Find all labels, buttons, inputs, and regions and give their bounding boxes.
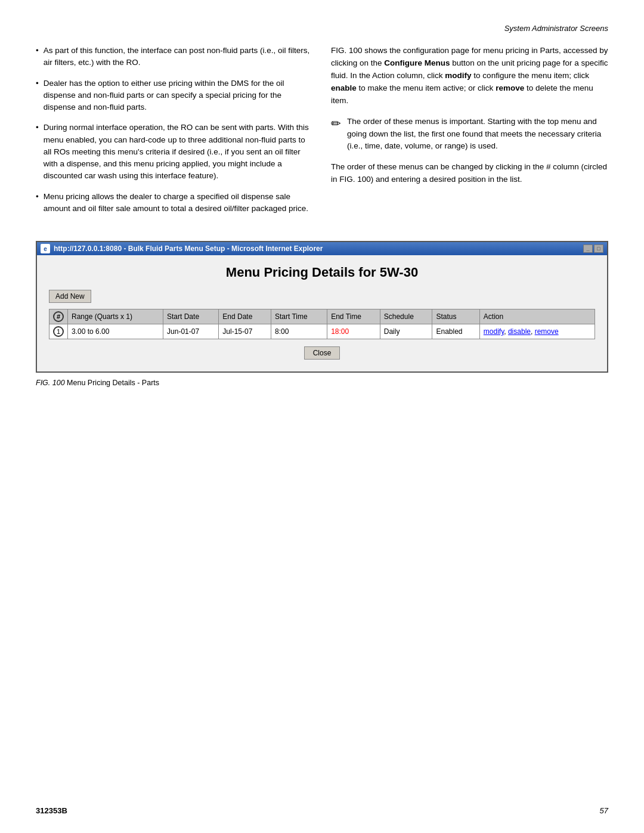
- browser-controls: _ □: [583, 244, 603, 253]
- col-start-date: Start Date: [163, 309, 219, 324]
- browser-icon: e: [41, 244, 50, 253]
- fig-text: Menu Pricing Details - Parts: [65, 379, 159, 387]
- list-item: Dealer has the option to either use pric…: [36, 78, 313, 114]
- row-actions: modify, disable, remove: [479, 324, 595, 339]
- col-start-time: Start Time: [271, 309, 327, 324]
- table-header-row: # Range (Quarts x 1) Start Date End Date…: [49, 309, 595, 324]
- row-start-time: 8:00: [271, 324, 327, 339]
- left-column: As part of this function, the interface …: [36, 45, 313, 223]
- browser-titlebar-left: e http://127.0.0.1:8080 - Bulk Fluid Par…: [41, 244, 323, 253]
- col-status: Status: [432, 309, 479, 324]
- action-remove-link[interactable]: remove: [535, 327, 559, 336]
- row-end-date: Jul-15-07: [219, 324, 271, 339]
- browser-titlebar: e http://127.0.0.1:8080 - Bulk Fluid Par…: [37, 242, 607, 255]
- close-button[interactable]: Close: [304, 346, 340, 360]
- hash-circle-header: #: [53, 311, 64, 322]
- browser-title: http://127.0.0.1:8080 - Bulk Fluid Parts…: [54, 244, 323, 253]
- list-item: As part of this function, the interface …: [36, 45, 313, 69]
- footer: 312353B 57: [36, 806, 608, 815]
- action-disable-link[interactable]: disable: [508, 327, 531, 336]
- footer-doc-number: 312353B: [36, 806, 67, 815]
- row-start-date: Jun-01-07: [163, 324, 219, 339]
- table-row: 1 3.00 to 6.00 Jun-01-07 Jul-15-07 8:00 …: [49, 324, 595, 339]
- right-column: FIG. 100 shows the configuration page fo…: [331, 45, 608, 223]
- bullet-list: As part of this function, the interface …: [36, 45, 313, 215]
- page-container: System Administrator Screens As part of …: [0, 0, 644, 833]
- header-title: System Administrator Screens: [504, 24, 608, 33]
- data-table: # Range (Quarts x 1) Start Date End Date…: [49, 309, 595, 339]
- maximize-button[interactable]: □: [594, 244, 603, 253]
- minimize-button[interactable]: _: [583, 244, 593, 253]
- col-schedule: Schedule: [380, 309, 432, 324]
- note-text: The order of these menus is important. S…: [347, 116, 608, 153]
- fig-caption: FIG. 100 Menu Pricing Details - Parts: [36, 379, 608, 387]
- end-time-value: 18:00: [331, 327, 349, 336]
- col-action: Action: [479, 309, 595, 324]
- row-number-cell: 1: [49, 324, 68, 339]
- fig-label: FIG. 100: [36, 379, 65, 387]
- note-icon: ✏: [331, 114, 341, 153]
- col-end-date: End Date: [219, 309, 271, 324]
- list-item: Menu pricing allows the dealer to charge…: [36, 191, 313, 215]
- page-header: System Administrator Screens: [36, 24, 608, 33]
- right-paragraph-1: FIG. 100 shows the configuration page fo…: [331, 45, 608, 107]
- browser-content: Menu Pricing Details for 5W-30 Add New #…: [37, 255, 607, 371]
- col-number: #: [49, 309, 68, 324]
- note-block: ✏ The order of these menus is important.…: [331, 116, 608, 153]
- main-content: As part of this function, the interface …: [36, 45, 608, 223]
- right-paragraph-2: The order of these menus can be changed …: [331, 161, 608, 186]
- row-end-time: 18:00: [327, 324, 380, 339]
- row-number: 1: [53, 326, 64, 337]
- row-schedule: Daily: [380, 324, 432, 339]
- browser-window: e http://127.0.0.1:8080 - Bulk Fluid Par…: [36, 241, 608, 373]
- add-new-button[interactable]: Add New: [49, 290, 91, 303]
- page-title: Menu Pricing Details for 5W-30: [49, 265, 595, 280]
- row-status: Enabled: [432, 324, 479, 339]
- action-modify-link[interactable]: modify: [484, 327, 504, 336]
- list-item: During normal interface operation, the R…: [36, 122, 313, 182]
- footer-page-number: 57: [600, 806, 608, 815]
- col-range: Range (Quarts x 1): [68, 309, 163, 324]
- col-end-time: End Time: [327, 309, 380, 324]
- row-range: 3.00 to 6.00: [68, 324, 163, 339]
